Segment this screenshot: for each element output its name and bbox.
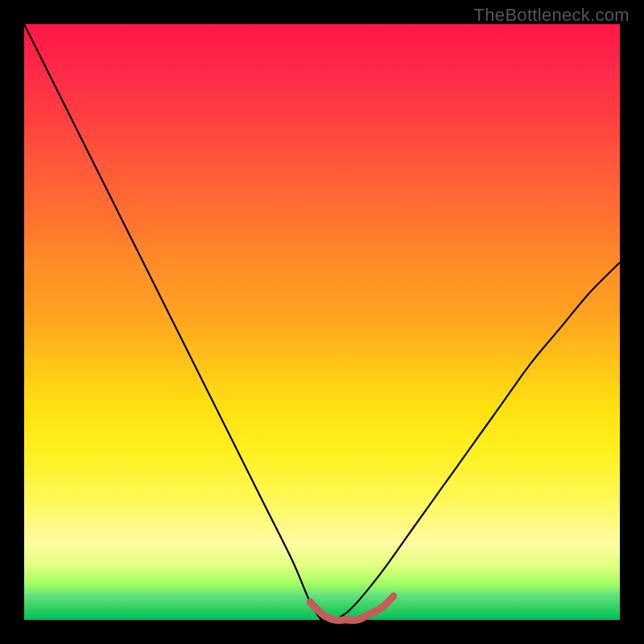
plot-area [24, 24, 620, 620]
curve-layer [24, 24, 620, 620]
chart-container: TheBottleneck.com [0, 0, 644, 644]
main-curve [24, 24, 620, 621]
watermark-text: TheBottleneck.com [474, 5, 630, 26]
